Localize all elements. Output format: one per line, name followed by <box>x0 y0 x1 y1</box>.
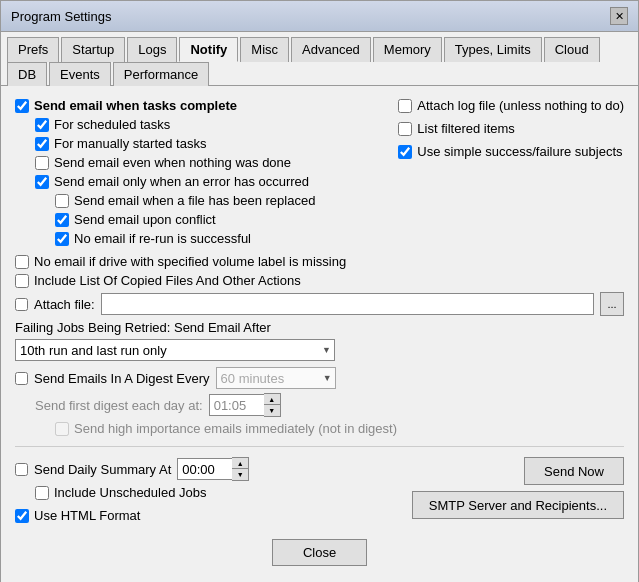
include-unscheduled-checkbox[interactable] <box>35 486 49 500</box>
window-title: Program Settings <box>11 9 111 24</box>
tab-types-limits[interactable]: Types, Limits <box>444 37 542 62</box>
browse-button[interactable]: ... <box>600 292 624 316</box>
first-digest-label: Send first digest each day at: <box>35 398 203 413</box>
first-digest-arrows: ▲ ▼ <box>264 393 281 417</box>
bottom-controls: Send Daily Summary At ▲ ▼ Include Unsche… <box>15 457 624 527</box>
no-email-drive-row: No email if drive with specified volume … <box>15 254 624 269</box>
attach-log-checkbox[interactable] <box>398 99 412 113</box>
attach-file-label: Attach file: <box>34 297 95 312</box>
close-icon[interactable]: ✕ <box>610 7 628 25</box>
list-filtered-label: List filtered items <box>417 121 515 136</box>
rerun-row: No email if re-run is successful <box>55 231 388 246</box>
file-replaced-checkbox[interactable] <box>55 194 69 208</box>
divider <box>15 446 624 447</box>
manually-started-checkbox[interactable] <box>35 137 49 151</box>
send-daily-arrows: ▲ ▼ <box>232 457 249 481</box>
use-html-label: Use HTML Format <box>34 508 140 523</box>
send-daily-checkbox[interactable] <box>15 463 28 476</box>
bottom-left: Send Daily Summary At ▲ ▼ Include Unsche… <box>15 457 249 527</box>
manually-started-label: For manually started tasks <box>54 136 206 151</box>
include-list-checkbox[interactable] <box>15 274 29 288</box>
attach-log-row: Attach log file (unless nothing to do) <box>398 98 624 113</box>
smtp-button[interactable]: SMTP Server and Recipients... <box>412 491 624 519</box>
bottom-row: Close <box>15 539 624 578</box>
attach-file-input[interactable] <box>101 293 594 315</box>
include-unscheduled-label: Include Unscheduled Jobs <box>54 485 207 500</box>
list-filtered-row: List filtered items <box>398 121 624 136</box>
no-email-drive-checkbox[interactable] <box>15 255 29 269</box>
rerun-label: No email if re-run is successful <box>74 231 251 246</box>
main-two-col: Send email when tasks complete For sched… <box>15 98 624 250</box>
conflict-label: Send email upon conflict <box>74 212 216 227</box>
high-importance-label: Send high importance emails immediately … <box>74 421 397 436</box>
tab-startup[interactable]: Startup <box>61 37 125 62</box>
send-daily-up[interactable]: ▲ <box>232 458 248 469</box>
tab-events[interactable]: Events <box>49 62 111 86</box>
send-daily-input[interactable] <box>177 458 232 480</box>
error-only-label: Send email only when an error has occurr… <box>54 174 309 189</box>
use-html-checkbox[interactable] <box>15 509 29 523</box>
right-column: Attach log file (unless nothing to do) L… <box>398 98 624 250</box>
tab-logs[interactable]: Logs <box>127 37 177 62</box>
tab-performance[interactable]: Performance <box>113 62 209 86</box>
send-daily-spinner: ▲ ▼ <box>177 457 249 481</box>
file-replaced-row: Send email when a file has been replaced <box>55 193 388 208</box>
failing-jobs-dropdown[interactable]: 10th run and last run only Every run Las… <box>15 339 335 361</box>
send-email-complete-checkbox[interactable] <box>15 99 29 113</box>
send-daily-down[interactable]: ▼ <box>232 469 248 480</box>
error-only-checkbox[interactable] <box>35 175 49 189</box>
failing-jobs-dropdown-wrapper: 10th run and last run only Every run Las… <box>15 339 335 361</box>
conflict-checkbox[interactable] <box>55 213 69 227</box>
conflict-row: Send email upon conflict <box>55 212 388 227</box>
simple-subjects-checkbox[interactable] <box>398 145 412 159</box>
send-daily-label: Send Daily Summary At <box>34 462 171 477</box>
send-digest-checkbox[interactable] <box>15 372 28 385</box>
first-digest-row: Send first digest each day at: ▲ ▼ <box>35 393 624 417</box>
tab-advanced[interactable]: Advanced <box>291 37 371 62</box>
scheduled-tasks-label: For scheduled tasks <box>54 117 170 132</box>
attach-file-checkbox[interactable] <box>15 298 28 311</box>
include-unscheduled-row: Include Unscheduled Jobs <box>35 485 249 500</box>
first-digest-up[interactable]: ▲ <box>264 394 280 405</box>
nothing-done-row: Send email even when nothing was done <box>35 155 388 170</box>
first-digest-down[interactable]: ▼ <box>264 405 280 416</box>
scheduled-tasks-row: For scheduled tasks <box>35 117 388 132</box>
content-area: Send email when tasks complete For sched… <box>1 86 638 582</box>
file-replaced-label: Send email when a file has been replaced <box>74 193 315 208</box>
program-settings-window: Program Settings ✕ Prefs Startup Logs No… <box>0 0 639 582</box>
rerun-checkbox[interactable] <box>55 232 69 246</box>
list-filtered-checkbox[interactable] <box>398 122 412 136</box>
nothing-done-label: Send email even when nothing was done <box>54 155 291 170</box>
failing-jobs-dropdown-row: 10th run and last run only Every run Las… <box>15 339 624 361</box>
send-now-button[interactable]: Send Now <box>524 457 624 485</box>
tab-cloud[interactable]: Cloud <box>544 37 600 62</box>
error-only-row: Send email only when an error has occurr… <box>35 174 388 189</box>
use-html-row: Use HTML Format <box>15 508 249 523</box>
title-bar: Program Settings ✕ <box>1 1 638 32</box>
include-list-label: Include List Of Copied Files And Other A… <box>34 273 301 288</box>
include-list-row: Include List Of Copied Files And Other A… <box>15 273 624 288</box>
close-button[interactable]: Close <box>272 539 367 566</box>
tab-misc[interactable]: Misc <box>240 37 289 62</box>
digest-interval-wrapper: 60 minutes 30 minutes 15 minutes <box>216 367 336 389</box>
send-digest-label: Send Emails In A Digest Every <box>34 371 210 386</box>
left-column: Send email when tasks complete For sched… <box>15 98 388 250</box>
first-digest-spinner: ▲ ▼ <box>209 393 281 417</box>
no-email-drive-label: No email if drive with specified volume … <box>34 254 346 269</box>
tab-notify[interactable]: Notify <box>179 37 238 62</box>
failing-jobs-label: Failing Jobs Being Retried: Send Email A… <box>15 320 624 335</box>
bottom-right: Send Now SMTP Server and Recipients... <box>412 457 624 519</box>
first-digest-input[interactable] <box>209 394 264 416</box>
tab-prefs[interactable]: Prefs <box>7 37 59 62</box>
tab-memory[interactable]: Memory <box>373 37 442 62</box>
attach-log-label: Attach log file (unless nothing to do) <box>417 98 624 113</box>
send-daily-row: Send Daily Summary At ▲ ▼ <box>15 457 249 481</box>
tab-db[interactable]: DB <box>7 62 47 86</box>
nothing-done-checkbox[interactable] <box>35 156 49 170</box>
send-digest-row: Send Emails In A Digest Every 60 minutes… <box>15 367 624 389</box>
high-importance-checkbox[interactable] <box>55 422 69 436</box>
digest-interval-dropdown[interactable]: 60 minutes 30 minutes 15 minutes <box>216 367 336 389</box>
send-email-complete-label: Send email when tasks complete <box>34 98 237 113</box>
manually-started-row: For manually started tasks <box>35 136 388 151</box>
scheduled-tasks-checkbox[interactable] <box>35 118 49 132</box>
